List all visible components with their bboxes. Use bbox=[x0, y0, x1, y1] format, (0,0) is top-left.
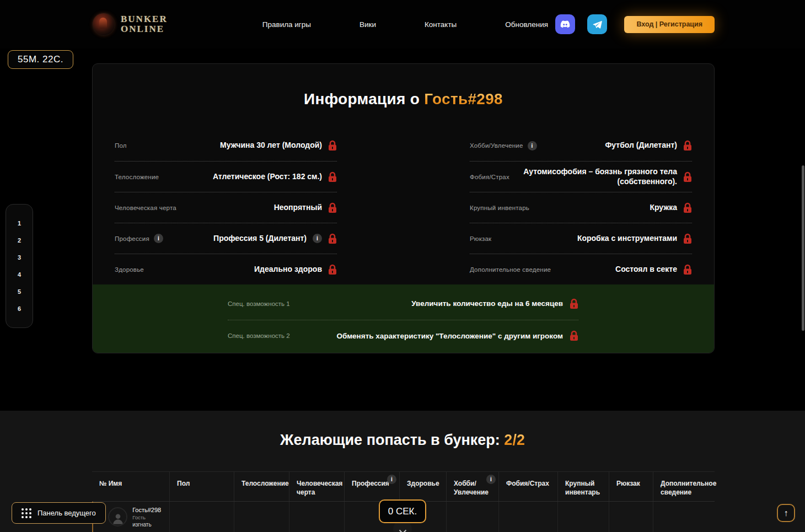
discord-button[interactable] bbox=[555, 14, 575, 34]
field-row-phobia: Фобия/Страх Аутомисофобия – боязнь грязн… bbox=[470, 161, 692, 192]
field-value: Кружка bbox=[650, 203, 677, 213]
special-row-2: Спец. возможность 2 Обменять характерист… bbox=[228, 320, 578, 352]
logo-text: BUNKER ONLINE bbox=[121, 14, 168, 34]
special-value: Обменять характеристику "Телосложение" с… bbox=[336, 332, 563, 340]
player-pagination: 1 2 3 4 5 6 bbox=[6, 204, 33, 328]
field-value: Идеально здоров bbox=[254, 265, 322, 275]
lock-icon[interactable] bbox=[570, 298, 578, 309]
cell-phobia bbox=[499, 502, 558, 532]
page-number-5[interactable]: 5 bbox=[6, 283, 33, 300]
login-register-button[interactable]: Вход | Регистрация bbox=[624, 16, 715, 33]
lock-icon[interactable] bbox=[328, 171, 337, 182]
col-header-trait: Человеческая черта bbox=[289, 472, 345, 501]
field-label: Хобби/Увлечение i bbox=[470, 141, 537, 151]
nav-links: Правила игры Вики Контакты Обновления bbox=[262, 20, 548, 29]
field-label: Рюкзак bbox=[470, 235, 491, 242]
field-label: Профессия i bbox=[115, 234, 163, 243]
lock-icon[interactable] bbox=[328, 202, 337, 213]
bunker-title-count: 2/2 bbox=[504, 432, 525, 448]
lock-icon[interactable] bbox=[683, 264, 692, 275]
info-icon[interactable]: i bbox=[528, 141, 537, 151]
field-label-text: Хобби/Увлечение bbox=[470, 142, 523, 149]
col-header-label: Крупный инвентарь bbox=[565, 480, 600, 496]
info-icon[interactable]: i bbox=[313, 234, 322, 243]
col-header-label: Пол bbox=[177, 480, 190, 487]
telegram-icon bbox=[592, 19, 603, 30]
page-number-3[interactable]: 3 bbox=[6, 249, 33, 266]
field-row-health: Здоровье Идеально здоров bbox=[115, 254, 337, 284]
round-timer-badge: 55М. 22С. bbox=[8, 50, 73, 69]
lock-icon[interactable] bbox=[328, 264, 337, 275]
chevron-down-icon bbox=[399, 529, 407, 532]
discord-icon bbox=[560, 19, 571, 30]
col-header-phobia: Фобия/Страх bbox=[499, 472, 558, 501]
cell-trait bbox=[289, 502, 345, 532]
field-row-big-inventory: Крупный инвентарь Кружка bbox=[470, 192, 692, 223]
col-header-extra-info: Дополнительное сведение bbox=[653, 472, 715, 501]
seconds-timer-button[interactable]: 0 СЕК. bbox=[379, 499, 426, 523]
page-number-2[interactable]: 2 bbox=[6, 232, 33, 249]
card-title-player-name: Гость#298 bbox=[424, 90, 503, 108]
logo-line2: ONLINE bbox=[121, 24, 164, 34]
col-header-hobby: Хобби/Увлечениеi bbox=[447, 472, 499, 501]
field-value: Неопрятный bbox=[274, 203, 322, 213]
lock-icon[interactable] bbox=[683, 202, 692, 213]
col-header-label: Здоровье bbox=[407, 480, 439, 487]
page: BUNKER ONLINE Правила игры Вики Контакты… bbox=[0, 0, 805, 532]
logo[interactable]: BUNKER ONLINE bbox=[92, 13, 168, 36]
logo-image bbox=[92, 13, 115, 36]
page-number-1[interactable]: 1 bbox=[6, 214, 33, 232]
field-row-trait: Человеческая черта Неопрятный bbox=[115, 192, 337, 223]
col-header-label: Профессия bbox=[352, 480, 389, 487]
nav-link-updates[interactable]: Обновления bbox=[505, 20, 548, 29]
lock-icon[interactable] bbox=[570, 330, 578, 341]
kick-player-link[interactable]: изгнать bbox=[132, 522, 161, 528]
info-icon[interactable]: i bbox=[387, 475, 396, 484]
field-label: Крупный инвентарь bbox=[470, 205, 529, 211]
col-header-label: № Имя bbox=[99, 480, 122, 487]
field-row-gender: Пол Мужчина 30 лет (Молодой) bbox=[115, 130, 337, 161]
field-row-hobby: Хобби/Увлечение i Футбол (Дилетант) bbox=[470, 130, 692, 161]
host-panel-button[interactable]: Панель ведущего bbox=[12, 502, 106, 524]
fields-left-column: Пол Мужчина 30 лет (Молодой) Телосложени… bbox=[115, 130, 337, 284]
player-role: Гость bbox=[132, 514, 161, 520]
telegram-button[interactable] bbox=[587, 14, 607, 34]
col-header-label: Человеческая черта bbox=[297, 480, 342, 496]
cell-big-inventory bbox=[558, 502, 609, 532]
col-header-profession: Профессияi bbox=[345, 472, 400, 501]
cell-backpack bbox=[609, 502, 653, 532]
cell-body bbox=[234, 502, 289, 532]
avatar bbox=[108, 507, 127, 526]
col-header-label: Телосложение bbox=[242, 480, 289, 487]
field-value: Коробка с инструментами bbox=[577, 234, 677, 244]
col-header-label: Дополнительное сведение bbox=[661, 480, 716, 496]
fields-right-column: Хобби/Увлечение i Футбол (Дилетант) Фоби… bbox=[470, 130, 692, 284]
lock-icon[interactable] bbox=[683, 233, 692, 244]
field-value: Состоял в секте bbox=[615, 265, 677, 275]
page-number-4[interactable]: 4 bbox=[6, 266, 33, 283]
field-label: Здоровье bbox=[115, 266, 144, 273]
col-header-big-inventory: Крупный инвентарь bbox=[558, 472, 609, 501]
nav-link-contacts[interactable]: Контакты bbox=[425, 20, 457, 29]
nav-socials bbox=[555, 14, 607, 34]
info-icon[interactable]: i bbox=[486, 475, 496, 484]
special-row-1: Спец. возможность 1 Увеличить количество… bbox=[228, 288, 578, 320]
seconds-timer-label: 0 СЕК. bbox=[388, 506, 417, 517]
player-name: Гость#298 bbox=[132, 507, 161, 513]
lock-icon[interactable] bbox=[683, 171, 692, 182]
lock-icon[interactable] bbox=[683, 140, 692, 151]
info-icon[interactable]: i bbox=[154, 234, 163, 243]
scroll-to-top-button[interactable]: ↑ bbox=[777, 504, 795, 522]
player-info-stack: Гость#298 Гость изгнать bbox=[132, 507, 161, 528]
scrollbar-thumb[interactable] bbox=[802, 165, 804, 331]
nav-link-rules[interactable]: Правила игры bbox=[262, 20, 311, 29]
page-number-6[interactable]: 6 bbox=[6, 300, 33, 318]
special-abilities-section: Спец. возможность 1 Увеличить количество… bbox=[93, 284, 714, 353]
lock-icon[interactable] bbox=[328, 233, 337, 244]
lock-icon[interactable] bbox=[328, 140, 337, 151]
field-value: Атлетическое (Рост: 182 см.) bbox=[213, 172, 322, 182]
col-header-label: Хобби/Увлечение bbox=[454, 480, 489, 496]
cell-extra-info bbox=[653, 502, 715, 532]
nav-link-wiki[interactable]: Вики bbox=[359, 20, 376, 29]
field-value: Футбол (Дилетант) bbox=[605, 141, 677, 151]
